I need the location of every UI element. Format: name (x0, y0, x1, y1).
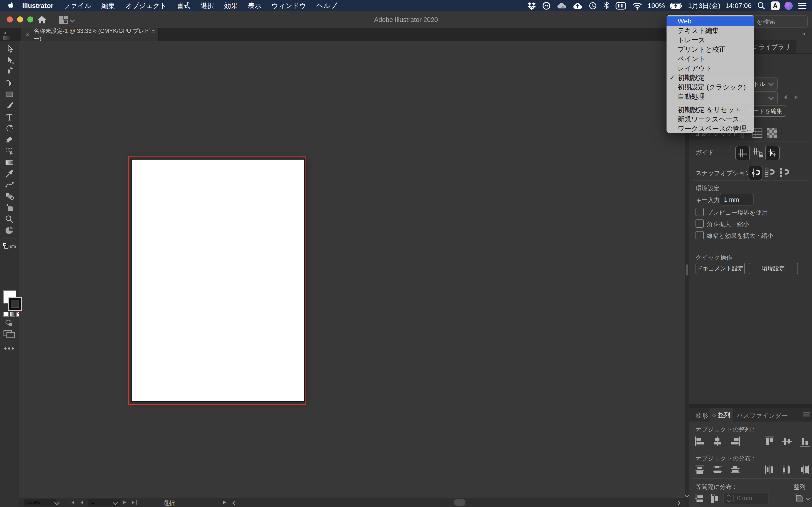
show-guides-button[interactable] (735, 146, 750, 160)
selection-tool[interactable] (0, 43, 18, 55)
distribute-left-button[interactable] (763, 463, 776, 476)
menubar-item-window[interactable]: ウィンドウ (266, 1, 311, 10)
dropbox-icon[interactable] (527, 2, 536, 10)
notification-center-icon[interactable] (798, 2, 806, 9)
menu-item-reset-essentials[interactable]: 初期設定 をリセット (666, 105, 754, 114)
tab-align[interactable]: ◇ 整列 (710, 408, 733, 422)
use-preview-bounds-checkbox[interactable] (696, 208, 704, 216)
battery-charging-icon[interactable] (670, 3, 682, 9)
lock-guides-button[interactable] (751, 146, 765, 159)
type-tool[interactable] (0, 111, 18, 123)
menubar-item-file[interactable]: ファイル (58, 1, 96, 10)
smart-guides-button[interactable] (765, 146, 779, 160)
paintbrush-tool[interactable] (0, 100, 18, 111)
artboard-number-field[interactable]: 1 (89, 499, 120, 506)
color-button[interactable] (3, 312, 9, 317)
gradient-button[interactable] (10, 312, 15, 317)
menubar-date-label[interactable]: 1月3日(金) (688, 1, 720, 10)
default-fill-stroke-icon[interactable] (2, 243, 9, 249)
menubar-item-edit[interactable]: 編集 (96, 1, 120, 10)
artboard[interactable] (132, 159, 305, 402)
align-right-button[interactable] (728, 435, 742, 448)
rotate-tool[interactable] (0, 123, 18, 134)
menubar-item-view[interactable]: 表示 (243, 1, 266, 10)
align-left-button[interactable] (693, 435, 707, 448)
menubar-item-effect[interactable]: 効果 (219, 1, 243, 10)
zoom-tool[interactable] (0, 213, 18, 225)
menubar-item-help[interactable]: ヘルプ (311, 1, 342, 10)
snap-to-point-button[interactable] (748, 166, 762, 180)
align-top-button[interactable] (763, 435, 776, 448)
graph-tool[interactable] (0, 225, 18, 236)
document-setup-button[interactable]: ドキュメント設定 (696, 263, 745, 274)
vertical-scrollbar-handle[interactable] (686, 264, 688, 276)
canvas-pasteboard[interactable] (19, 41, 685, 498)
next-artboard-button[interactable] (123, 499, 126, 506)
rectangle-tool[interactable] (0, 89, 18, 100)
scale-corners-checkbox[interactable] (696, 219, 704, 228)
menu-item-tracing[interactable]: トレース (666, 35, 754, 45)
preferences-button[interactable]: 環境設定 (749, 263, 798, 274)
spotlight-search-icon[interactable] (757, 2, 765, 10)
status-expand-button[interactable] (223, 499, 227, 506)
menu-item-web[interactable]: Web (666, 16, 754, 26)
document-tab[interactable]: × 名称未設定-1 @ 33.33% (CMYK/GPU プレビュー) (21, 28, 158, 41)
align-bottom-button[interactable] (798, 435, 812, 448)
menu-item-text-editing[interactable]: テキスト編集 (666, 26, 754, 35)
time-machine-icon[interactable] (589, 1, 597, 10)
gradient-tool[interactable] (0, 157, 18, 168)
menu-item-manage-workspaces[interactable]: ワークスペースの管理... (666, 124, 754, 133)
direct-selection-tool[interactable] (0, 55, 18, 66)
align-horizontal-center-button[interactable] (711, 435, 724, 448)
spacing-value-stepper[interactable]: 0 mm (723, 492, 769, 504)
next-artboard-icon[interactable] (794, 95, 799, 100)
shapes-tool[interactable] (0, 191, 18, 202)
previous-artboard-button[interactable] (80, 499, 84, 506)
tab-pathfinder[interactable]: パスファインダー (737, 411, 788, 420)
eyedropper-tool[interactable] (0, 168, 18, 179)
stepper-arrows-icon[interactable] (727, 495, 730, 502)
drawing-modes-button[interactable] (5, 320, 14, 327)
bluetooth-icon[interactable] (603, 1, 609, 10)
horizontal-scrollbar-handle[interactable] (454, 499, 465, 506)
tab-transform[interactable]: 変形 (696, 411, 708, 420)
last-artboard-button[interactable] (132, 499, 137, 506)
key-input-field[interactable]: 1 mm (720, 194, 754, 206)
apple-menu-icon[interactable] (7, 1, 14, 10)
menubar-item-illustrator[interactable]: Illustrator (17, 2, 58, 10)
pen-tool[interactable] (0, 66, 18, 77)
edit-toolbar-button[interactable] (4, 347, 14, 350)
stroke-color-swatch[interactable] (9, 298, 21, 310)
menubar-time-label[interactable]: 14:07:06 (725, 2, 752, 10)
menu-item-essentials[interactable]: ✓初期設定 (666, 73, 754, 82)
wifi-icon[interactable] (632, 2, 642, 10)
puppet-warp-tool[interactable] (0, 179, 18, 191)
align-vertical-center-button[interactable] (780, 435, 794, 448)
previous-artboard-icon[interactable] (783, 95, 788, 100)
menu-item-painting[interactable]: ペイント (666, 54, 754, 63)
distribute-horizontal-center-button[interactable] (780, 463, 794, 476)
toolbar-drag-handle[interactable] (3, 36, 13, 40)
swap-fill-stroke-icon[interactable] (10, 243, 16, 249)
screen-mode-button[interactable] (3, 330, 15, 338)
artboard-tool[interactable] (0, 202, 18, 213)
siri-icon[interactable] (784, 2, 793, 10)
menu-item-essentials-classic[interactable]: 初期設定 (クラシック) (666, 82, 754, 92)
transparency-grid-toggle-icon[interactable] (765, 126, 779, 139)
menu-item-automation[interactable]: 自動処理 (666, 92, 754, 101)
horizontal-distribute-space-button[interactable] (708, 492, 721, 506)
menubar-item-object[interactable]: オブジェクト (120, 1, 172, 10)
onedrive-upload-icon[interactable] (573, 2, 582, 10)
menu-item-print-proof[interactable]: プリントと校正 (666, 45, 754, 54)
menubar-item-select[interactable]: 選択 (196, 1, 219, 10)
menu-item-layout[interactable]: レイアウト (666, 63, 754, 73)
vertical-distribute-space-button[interactable] (693, 492, 707, 506)
eraser-tool[interactable] (0, 134, 18, 145)
snap-to-grid-button[interactable] (763, 166, 777, 179)
toolbar-collapse-chevrons[interactable]: » (3, 29, 6, 37)
menubar-item-type[interactable]: 書式 (172, 1, 196, 10)
close-tab-icon[interactable]: × (26, 31, 29, 39)
distribute-vertical-center-button[interactable] (711, 463, 724, 476)
align-to-selector[interactable] (794, 493, 810, 503)
shape-builder-tool[interactable] (0, 145, 18, 157)
